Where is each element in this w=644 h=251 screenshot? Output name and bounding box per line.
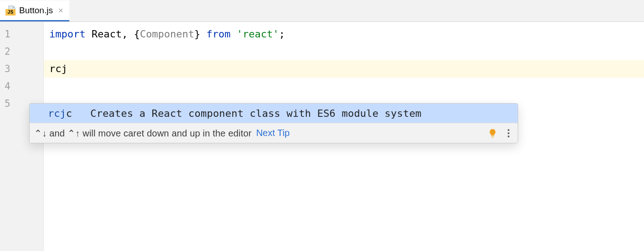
next-tip-link[interactable]: Next Tip <box>256 128 290 138</box>
tabs-bar: JS Button.js × <box>0 0 644 22</box>
line-number: 4 <box>0 78 43 95</box>
code-line <box>44 78 644 95</box>
close-icon[interactable]: × <box>58 6 63 15</box>
tab-filename: Button.js <box>19 5 53 16</box>
line-number: 1 <box>0 26 43 43</box>
more-options-icon[interactable] <box>506 127 511 139</box>
code-line: import React, {Component} from 'react'; <box>44 26 644 43</box>
completion-footer: ⌃↓ and ⌃↑ will move caret down and up in… <box>30 123 518 143</box>
completion-popup: rcjc Creates a React component class wit… <box>29 103 518 143</box>
editor-area: 1 2 3 4 5 import React, {Component} from… <box>0 22 644 251</box>
lightbulb-icon[interactable] <box>488 128 498 138</box>
completion-item-name: rcjc <box>48 108 72 119</box>
code-line-current: rcj <box>44 60 644 78</box>
keyboard-hint: ⌃↓ and ⌃↑ will move caret down and up in… <box>34 128 252 139</box>
file-tab-button-js[interactable]: JS Button.js × <box>0 0 69 21</box>
line-number: 3 <box>0 60 43 78</box>
js-file-icon: JS <box>5 5 16 16</box>
completion-item-description: Creates a React component class with ES6… <box>90 108 421 119</box>
code-line <box>44 43 644 60</box>
completion-item-rcjc[interactable]: rcjc Creates a React component class wit… <box>30 104 518 123</box>
line-number: 2 <box>0 43 43 60</box>
